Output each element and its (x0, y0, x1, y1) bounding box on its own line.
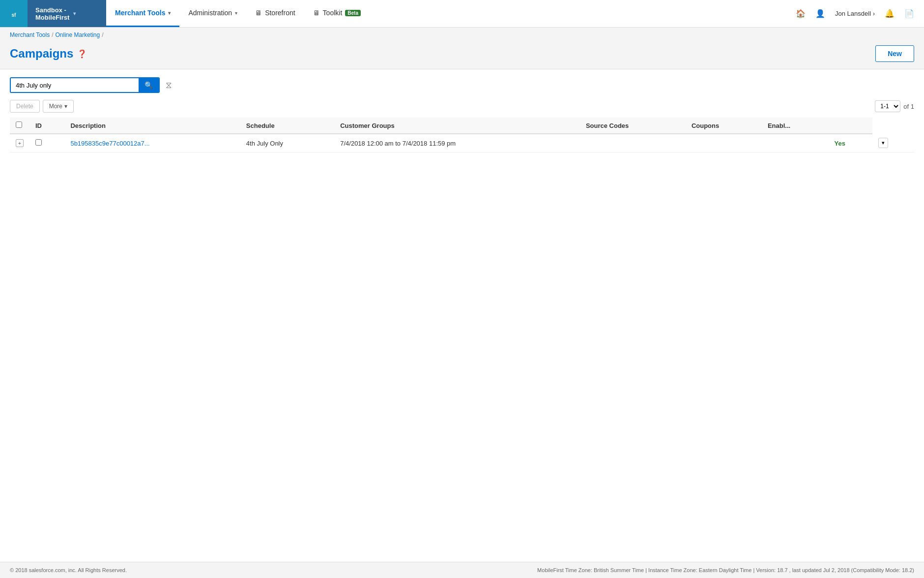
delete-button[interactable]: Delete (10, 100, 40, 113)
row-coupons-cell (762, 134, 829, 152)
user-name[interactable]: Jon Lansdell › (831, 10, 879, 17)
nav-item-merchant-tools[interactable]: Merchant Tools ▾ (106, 0, 179, 27)
timezone-info: MobileFirst Time Zone: British Summer Ti… (537, 567, 914, 573)
nav-label-merchant-tools: Merchant Tools (115, 9, 165, 17)
row-description-cell: 4th July Only (240, 134, 334, 152)
home-icon[interactable]: 🏠 (792, 6, 809, 21)
row-action-cell: ▾ (872, 134, 914, 152)
nav-label-administration: Administration (188, 9, 232, 17)
nav-item-storefront[interactable]: 🖥 Storefront (246, 0, 304, 27)
help-nav-icon[interactable]: 📄 (900, 6, 918, 21)
page-title-area: Campaigns ❓ (10, 47, 87, 61)
col-header-id: ID (29, 118, 64, 134)
sandbox-selector[interactable]: Sandbox - MobileFirst ▾ (28, 0, 106, 27)
row-checkbox[interactable] (35, 139, 42, 146)
filter-icon[interactable]: ⧖ (164, 78, 174, 92)
breadcrumb: Merchant Tools / Online Marketing / (0, 28, 924, 42)
help-icon[interactable]: ❓ (77, 49, 87, 59)
nav-chevron-merchant-tools: ▾ (168, 10, 171, 16)
svg-text:sf: sf (12, 12, 17, 18)
search-button[interactable]: 🔍 (139, 78, 159, 92)
enabled-value: Yes (834, 140, 845, 147)
col-header-description: Description (64, 118, 240, 134)
select-all-header (10, 118, 29, 134)
user-icon[interactable]: 👤 (811, 6, 829, 21)
new-button[interactable]: New (875, 45, 914, 62)
col-header-actions (828, 118, 872, 134)
campaigns-table: ID Description Schedule Customer Groups … (10, 118, 914, 152)
notifications-icon[interactable]: 🔔 (881, 6, 898, 21)
table-row: + 5b195835c9e77c00012a7... 4th July Only… (10, 134, 914, 152)
row-enabled-cell: Yes (828, 134, 872, 152)
page-title: Campaigns (10, 47, 73, 61)
row-source-codes-cell (686, 134, 762, 152)
page-header: Campaigns ❓ New (0, 42, 924, 69)
footer: © 2018 salesforce.com, inc. All Rights R… (0, 562, 924, 578)
col-header-customer-groups: Customer Groups (334, 118, 580, 134)
row-expand-button[interactable]: + (16, 139, 24, 147)
toolbar-right: 1-1 of 1 (875, 100, 914, 112)
monitor-icon-toolkit: 🖥 (313, 9, 320, 17)
search-area: 🔍 ⧖ (10, 77, 914, 93)
row-expand-cell: + (10, 134, 29, 152)
breadcrumb-online-marketing[interactable]: Online Marketing (56, 31, 100, 38)
col-header-schedule: Schedule (240, 118, 334, 134)
pagination-select[interactable]: 1-1 (875, 100, 900, 112)
row-schedule-cell: 7/4/2018 12:00 am to 7/4/2018 11:59 pm (334, 134, 580, 152)
more-chevron-icon: ▾ (64, 103, 67, 110)
campaign-id-link[interactable]: 5b195835c9e77c00012a7... (70, 140, 149, 147)
nav-right-area: 🏠 👤 Jon Lansdell › 🔔 📄 (786, 0, 924, 27)
row-checkbox-cell (29, 134, 64, 152)
nav-item-administration[interactable]: Administration ▾ (179, 0, 246, 27)
copyright-text: © 2018 salesforce.com, inc. All Rights R… (10, 567, 127, 573)
main-content: 🔍 ⧖ Delete More ▾ 1-1 of 1 ID (0, 69, 924, 562)
col-header-source-codes: Source Codes (580, 118, 686, 134)
pagination-of-text: of 1 (903, 103, 914, 110)
salesforce-logo[interactable]: sf (0, 0, 28, 27)
sandbox-label-line1: Sandbox - (35, 6, 69, 14)
more-button[interactable]: More ▾ (43, 100, 74, 113)
more-label: More (49, 103, 62, 110)
select-all-checkbox[interactable] (16, 122, 22, 128)
nav-label-storefront: Storefront (265, 9, 295, 17)
toolkit-beta-badge: Beta (345, 10, 361, 16)
nav-item-toolkit[interactable]: 🖥 Toolkit Beta (304, 0, 370, 27)
search-input[interactable] (11, 78, 139, 92)
col-header-enabled: Enabl... (762, 118, 829, 134)
sandbox-chevron: ▾ (73, 11, 76, 16)
table-header: ID Description Schedule Customer Groups … (10, 118, 914, 134)
sandbox-label-line2: MobileFirst (35, 14, 69, 21)
top-navigation: sf Sandbox - MobileFirst ▾ Merchant Tool… (0, 0, 924, 28)
toolbar: Delete More ▾ 1-1 of 1 (10, 100, 914, 113)
search-input-wrap: 🔍 (10, 77, 160, 93)
nav-chevron-administration: ▾ (235, 10, 237, 16)
col-header-coupons: Coupons (686, 118, 762, 134)
monitor-icon-storefront: 🖥 (255, 9, 262, 17)
nav-menu: Merchant Tools ▾ Administration ▾ 🖥 Stor… (106, 0, 786, 27)
row-customer-groups-cell (580, 134, 686, 152)
table-body: + 5b195835c9e77c00012a7... 4th July Only… (10, 134, 914, 152)
nav-label-toolkit: Toolkit (323, 9, 343, 17)
row-action-dropdown[interactable]: ▾ (878, 138, 888, 148)
breadcrumb-merchant-tools[interactable]: Merchant Tools (10, 31, 50, 38)
row-id-cell: 5b195835c9e77c00012a7... (64, 134, 240, 152)
toolbar-left: Delete More ▾ (10, 100, 74, 113)
